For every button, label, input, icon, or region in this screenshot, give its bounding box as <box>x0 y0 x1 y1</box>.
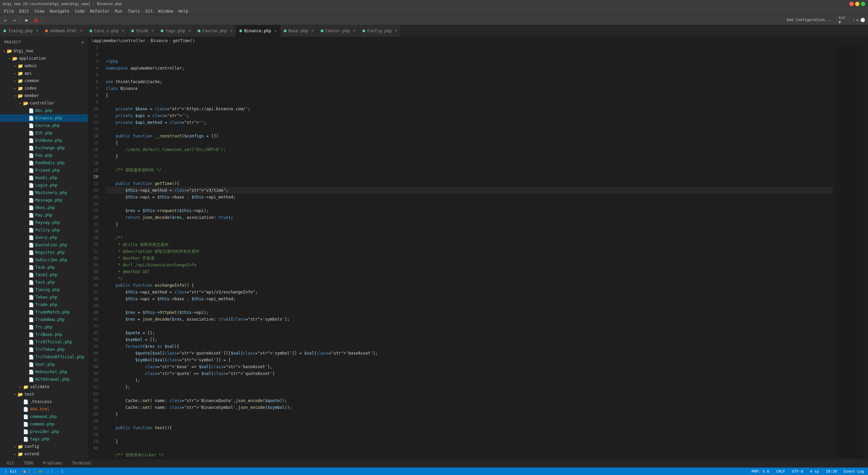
code-line-12[interactable]: public function __construct($configs = [… <box>106 133 833 139</box>
tree-item-test[interactable]: ▾📂test <box>0 391 88 398</box>
code-line-46[interactable]: class="str">'base' => $val[class="str">'… <box>106 363 833 370</box>
code-line-25[interactable]: } <box>106 221 833 228</box>
tab-tags[interactable]: tags.php× <box>157 25 194 37</box>
indent-size[interactable]: 4 sp <box>809 469 821 474</box>
tree-item-pay-php[interactable]: 📄Pay.php <box>0 211 88 219</box>
tab-close-addmem[interactable]: × <box>80 29 82 33</box>
code-line-30[interactable]: * @author 开发者 <box>106 255 833 262</box>
code-line-38[interactable]: $res = $this->httpGet($this->api); <box>106 309 833 316</box>
debug-button[interactable]: 🐞 <box>32 16 40 24</box>
code-line-24[interactable]: return json_decode($res, associative: tr… <box>106 214 833 221</box>
tree-item-tradematch-php[interactable]: 📄TradeMatch.php <box>0 308 88 316</box>
tree-item-tags-php[interactable]: 📄tags.php <box>0 435 88 443</box>
tree-item-admin[interactable]: ▸📁admin <box>0 62 88 70</box>
tree-item-extend[interactable]: ▸📁extend <box>0 450 88 458</box>
tab-binance[interactable]: Binance.php× <box>236 25 280 37</box>
tree-item-websocket-php[interactable]: 📄Websocket.php <box>0 368 88 376</box>
code-line-19[interactable]: public function getTime(){ <box>106 180 833 187</box>
tree-item-abc-php[interactable]: 📄Abc.php <box>0 107 88 114</box>
tree-item-application[interactable]: ▾📂application <box>0 55 88 62</box>
tree-item-message-php[interactable]: 📄Message.php <box>0 196 88 204</box>
code-line-4[interactable]: use think\facade\Cache; <box>106 78 833 85</box>
code-line-32[interactable]: * @method GET <box>106 268 833 275</box>
tree-item-task-php[interactable]: 📄Task.php <box>0 264 88 271</box>
back-button[interactable]: ← <box>1 16 9 24</box>
code-line-18[interactable] <box>106 173 833 180</box>
code-line-31[interactable]: * @url /api/binance/exchangeInfo <box>106 262 833 268</box>
code-line-29[interactable]: * @description 获取交易对的所有交易对 <box>106 248 833 255</box>
code-line-11[interactable] <box>106 126 833 133</box>
tree-item-trade-php[interactable]: 📄Trade.php <box>0 301 88 308</box>
code-line-33[interactable]: */ <box>106 275 833 282</box>
tree-item-friend-php[interactable]: 📄Friend.php <box>0 167 88 174</box>
event-log[interactable]: Event Log <box>842 469 865 474</box>
code-line-48[interactable]: ]; <box>106 377 833 384</box>
bottom-tab-terminal[interactable]: Terminal <box>68 459 96 468</box>
code-line-36[interactable]: $this->api = $this->base . $this->api_me… <box>106 296 833 302</box>
tree-item-policy-php[interactable]: 📄Policy.php <box>0 226 88 234</box>
tree-item-fee-php[interactable]: 📄Fee.php <box>0 152 88 159</box>
tree-item-machinery-php[interactable]: 📄Machinery.php <box>0 189 88 196</box>
tab-close-tags[interactable]: × <box>189 29 191 33</box>
tree-item-btgj-new[interactable]: ▾📂btgj_new <box>0 47 88 55</box>
forward-button[interactable]: → <box>10 16 18 24</box>
tree-item-feeredis-php[interactable]: 📄FeeRedis.php <box>0 159 88 167</box>
menu-item-code[interactable]: Code <box>72 7 87 15</box>
code-line-17[interactable]: /** 获取服务器时间 */ <box>106 167 833 173</box>
tab-course[interactable]: Course.php× <box>194 25 236 37</box>
code-line-1[interactable]: <?php <box>106 58 833 65</box>
tree-item-withdrawal-php[interactable]: 📄Withdrawal.php <box>0 376 88 383</box>
tree-item-tradenew-php[interactable]: 📄TradeNew.php <box>0 316 88 323</box>
close-btn[interactable] <box>849 2 854 6</box>
error-count[interactable]: ■ 2 △ 46 ○ 3 ⋅ 1 <box>22 469 65 474</box>
code-line-55[interactable]: public function test(){ <box>106 424 833 431</box>
tab-close-course[interactable]: × <box>230 29 232 33</box>
line-ending[interactable]: CRLF <box>775 469 787 474</box>
tab-addmem[interactable]: addmem.html× <box>42 25 86 37</box>
tree-item-index[interactable]: ▸📁index <box>0 84 88 92</box>
menu-item-tools[interactable]: Tools <box>125 7 143 15</box>
bottom-tab-todo[interactable]: TODO <box>20 459 38 468</box>
tree-item-common-php[interactable]: 📄common.php <box>0 420 88 428</box>
window-controls[interactable] <box>849 2 865 6</box>
menu-item-window[interactable]: Window <box>156 7 176 15</box>
tab-close-center[interactable]: × <box>353 29 355 33</box>
code-line-6[interactable]: { <box>106 92 833 99</box>
code-line-37[interactable] <box>106 302 833 309</box>
code-line-51[interactable]: Cache::set( name: class="str">'BinanceQu… <box>106 397 833 404</box>
tree-item-test-php[interactable]: 📄Test.php <box>0 279 88 286</box>
code-line-20[interactable]: $this->api_method = class="str">"v3/time… <box>106 187 833 194</box>
code-line-14[interactable]: //date_default_timezone_set("Etc/GMT+0")… <box>106 146 833 153</box>
menu-item-git[interactable]: Git <box>143 7 156 15</box>
tab-close-config[interactable]: × <box>395 29 397 33</box>
tab-timing[interactable]: Timing.php× <box>0 25 42 37</box>
tab-close-timing[interactable]: × <box>36 29 38 33</box>
tree-item-okex-php[interactable]: 📄Okex.php <box>0 204 88 211</box>
code-line-49[interactable]: }; <box>106 384 833 391</box>
code-line-9[interactable]: private $api = class="str">''; <box>106 112 833 119</box>
code-line-8[interactable]: private $base = class="str">'https://api… <box>106 106 833 112</box>
code-line-16[interactable] <box>106 160 833 167</box>
tab-config[interactable]: Config.php× <box>359 25 401 37</box>
tree-item-trctoken-php[interactable]: 📄TrcToken.php <box>0 346 88 353</box>
tree-item-trctokenofficial-php[interactable]: 📄TrcTokenOfficial.php <box>0 353 88 361</box>
tab-core[interactable]: Core_c.php× <box>86 25 128 37</box>
tree-item-binance-php[interactable]: 📄Binance.php <box>0 114 88 122</box>
code-line-42[interactable]: $symbol = []; <box>106 336 833 343</box>
tree-item-trcbase-php[interactable]: 📄TrcBase.php <box>0 331 88 338</box>
code-line-43[interactable]: foreach($res as $val){ <box>106 343 833 350</box>
code-line-40[interactable] <box>106 323 833 329</box>
code-line-27[interactable]: /** <box>106 234 833 241</box>
code-line-15[interactable]: } <box>106 153 833 160</box>
tree-item-register-php[interactable]: 📄Register.php <box>0 249 88 256</box>
tab-close-base[interactable]: × <box>312 29 314 33</box>
tree-item-query-php[interactable]: 📄Query.php <box>0 234 88 241</box>
tree-item-common[interactable]: ▸📁common <box>0 77 88 84</box>
code-line-54[interactable] <box>106 418 833 424</box>
code-content[interactable]: <?php namespace app\member\controller; u… <box>102 44 836 459</box>
tree-item-eth-php[interactable]: 📄Eth.php <box>0 129 88 137</box>
tree-item-validate[interactable]: ▸📁validate <box>0 383 88 391</box>
menu-item-view[interactable]: View <box>32 7 47 15</box>
tree-item-ethbase-php[interactable]: 📄EthBase.php <box>0 137 88 144</box>
tree-item-quotation-php[interactable]: 📄Quotation.php <box>0 241 88 249</box>
